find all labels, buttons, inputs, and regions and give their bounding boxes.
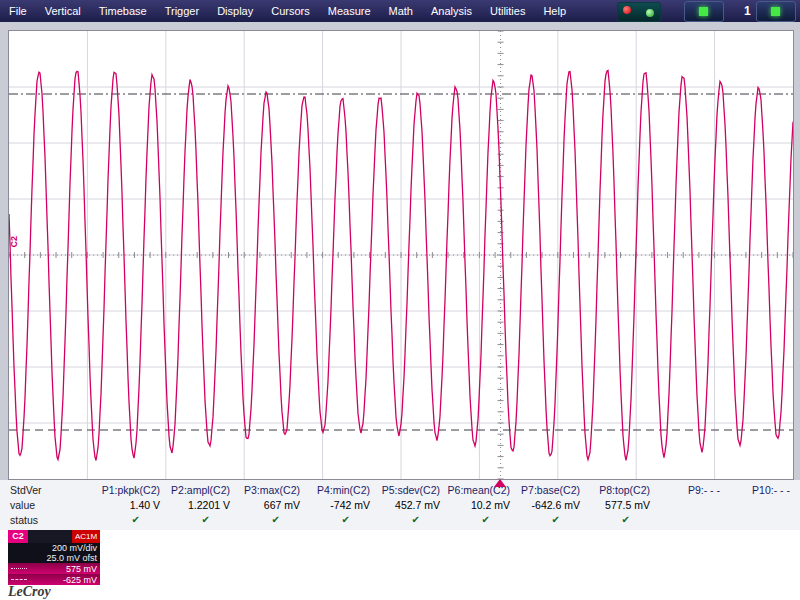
param-p1[interactable]: P1:pkpk(C2) <box>94 484 164 496</box>
green-square-icon <box>699 7 708 16</box>
measure-param-row: StdVer P1:pkpk(C2) P2:ampl(C2) P3:max(C2… <box>8 482 796 497</box>
status-p1: ✔ <box>94 514 164 525</box>
measurement-table: StdVer P1:pkpk(C2) P2:ampl(C2) P3:max(C2… <box>8 482 796 527</box>
channel-header-spacer <box>28 530 72 543</box>
channel-axis-marker[interactable]: C2 <box>9 236 19 248</box>
measure-set-label: StdVer <box>8 484 94 496</box>
panel-toggle2-icon[interactable] <box>756 1 796 22</box>
dashed-line-icon <box>11 579 27 580</box>
channel-offset-label: 25.0 mV ofst <box>8 553 100 563</box>
cursor1-value: 575 mV <box>27 564 97 574</box>
trigger-position-marker[interactable] <box>494 479 506 487</box>
menu-utilities[interactable]: Utilities <box>481 0 534 22</box>
lecroy-logo: LeCroy <box>8 584 54 600</box>
graticule[interactable] <box>8 30 794 480</box>
measure-status-row: status ✔ ✔ ✔ ✔ ✔ ✔ ✔ ✔ <box>8 512 796 527</box>
value-p2: 1.2201 V <box>164 499 234 511</box>
channel-coupling-badge: AC1M <box>72 530 100 543</box>
panel-count-label: 1 <box>744 4 751 18</box>
menu-trigger[interactable]: Trigger <box>156 0 208 22</box>
value-p3: 667 mV <box>234 499 304 511</box>
scope-display <box>9 31 793 479</box>
green-indicator-icon <box>646 9 654 17</box>
param-p3[interactable]: P3:max(C2) <box>234 484 304 496</box>
red-indicator-icon <box>623 6 631 14</box>
measure-value-row: value 1.40 V 1.2201 V 667 mV -742 mV 452… <box>8 497 796 512</box>
status-p6: ✔ <box>444 514 514 525</box>
status-p8: ✔ <box>584 514 654 525</box>
channel-descriptor[interactable]: C2 AC1M 200 mV/div 25.0 mV ofst 575 mV -… <box>8 530 100 585</box>
value-p1: 1.40 V <box>94 499 164 511</box>
menu-help[interactable]: Help <box>534 0 575 22</box>
value-p8: 577.5 mV <box>584 499 654 511</box>
param-p9[interactable]: P9:- - - <box>654 484 724 496</box>
menu-cursors[interactable]: Cursors <box>262 0 319 22</box>
status-p7: ✔ <box>514 514 584 525</box>
menu-analysis[interactable]: Analysis <box>422 0 481 22</box>
channel-header: C2 AC1M <box>8 530 100 543</box>
status-p4: ✔ <box>304 514 374 525</box>
param-p7[interactable]: P7:base(C2) <box>514 484 584 496</box>
menu-bar: File Vertical Timebase Trigger Display C… <box>0 0 800 22</box>
green-square-icon <box>771 7 780 16</box>
channel-scale-label: 200 mV/div <box>8 543 100 553</box>
param-p10[interactable]: P10:- - - <box>724 484 794 496</box>
status-p2: ✔ <box>164 514 234 525</box>
menu-file[interactable]: File <box>0 0 36 22</box>
param-p4[interactable]: P4:min(C2) <box>304 484 374 496</box>
menu-math[interactable]: Math <box>380 0 422 22</box>
menu-measure[interactable]: Measure <box>319 0 380 22</box>
menu-timebase[interactable]: Timebase <box>90 0 156 22</box>
value-p7: -642.6 mV <box>514 499 584 511</box>
param-p2[interactable]: P2:ampl(C2) <box>164 484 234 496</box>
meters-icon[interactable] <box>617 2 661 22</box>
cursor2-value: -625 mV <box>27 575 97 585</box>
panel-toggle-icon[interactable] <box>684 1 724 22</box>
value-p5: 452.7 mV <box>374 499 444 511</box>
param-p5[interactable]: P5:sdev(C2) <box>374 484 444 496</box>
menu-display[interactable]: Display <box>208 0 262 22</box>
value-row-label: value <box>8 499 94 511</box>
status-p5: ✔ <box>374 514 444 525</box>
value-p4: -742 mV <box>304 499 374 511</box>
value-p6: 10.2 mV <box>444 499 514 511</box>
param-p8[interactable]: P8:top(C2) <box>584 484 654 496</box>
dashdot-line-icon <box>11 568 27 569</box>
menu-vertical[interactable]: Vertical <box>36 0 90 22</box>
cursor1-readout: 575 mV <box>8 563 100 574</box>
status-p3: ✔ <box>234 514 304 525</box>
status-row-label: status <box>8 514 94 526</box>
channel-name-label: C2 <box>8 530 28 543</box>
